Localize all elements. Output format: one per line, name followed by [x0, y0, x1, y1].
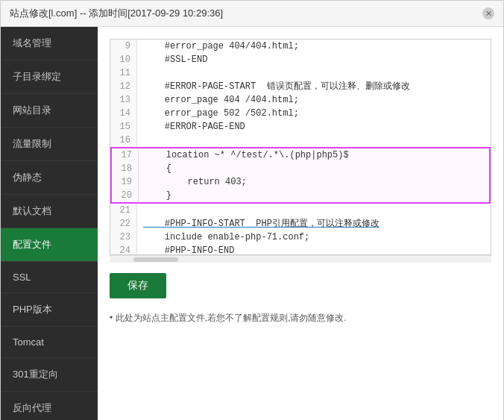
- sidebar: 域名管理子目录绑定网站目录流量限制伪静态默认文档配置文件SSLPHP版本Tomc…: [1, 27, 98, 420]
- line-number-21: 21: [110, 204, 137, 217]
- sidebar-item-phpver[interactable]: PHP版本: [1, 293, 98, 327]
- line-number-12: 12: [110, 80, 137, 93]
- sidebar-item-fakestatic[interactable]: 伪静态: [1, 161, 98, 195]
- line-number-10: 10: [110, 53, 137, 66]
- line-content-17: location ~* ^/test/.*\.(php|php5)$: [139, 148, 489, 162]
- notice-text: 此处为站点主配置文件,若您不了解配置规则,请勿随意修改.: [110, 312, 491, 325]
- line-content-10: #SSL-END: [137, 53, 491, 66]
- line-content-24: #PHP-INFO-END: [137, 244, 491, 255]
- line-content-13: error_page 404 /404.html;: [137, 93, 491, 107]
- main-window: 站点修改[l.com] -- 添加时间[2017-09-29 10:29:36]…: [0, 0, 504, 420]
- window-title: 站点修改[l.com] -- 添加时间[2017-09-29 10:29:36]: [10, 7, 223, 20]
- line-content-12: #ERROR-PAGE-START 错误页配置，可以注释、删除或修改: [137, 80, 491, 93]
- sidebar-item-traffic[interactable]: 流量限制: [1, 128, 98, 161]
- line-content-19: return 403;: [139, 175, 489, 189]
- sidebar-item-sitedir[interactable]: 网站目录: [1, 94, 98, 128]
- sidebar-item-ssl[interactable]: SSL: [1, 262, 98, 293]
- highlight-block: 17 location ~* ^/test/.*\.(php|php5)$18 …: [110, 147, 491, 204]
- sidebar-item-defaultdoc[interactable]: 默认文档: [1, 195, 98, 228]
- line-content-16: [137, 134, 491, 147]
- main-content: 9 #error_page 404/404.html;10 #SSL-END11…: [98, 27, 503, 420]
- line-number-22: 22: [110, 217, 137, 231]
- line-number-23: 23: [110, 231, 137, 244]
- line-content-14: error_page 502 /502.html;: [137, 107, 491, 120]
- line-number-11: 11: [110, 66, 137, 80]
- horizontal-scrollbar-area: [110, 255, 491, 263]
- line-content-11: [137, 66, 491, 80]
- line-content-18: {: [139, 162, 489, 175]
- content-area: 域名管理子目录绑定网站目录流量限制伪静态默认文档配置文件SSLPHP版本Tomc…: [1, 27, 503, 420]
- sidebar-item-tomcat[interactable]: Tomcat: [1, 327, 98, 358]
- sidebar-item-domain[interactable]: 域名管理: [1, 27, 98, 60]
- line-content-20: }: [139, 189, 489, 202]
- sidebar-item-subdir[interactable]: 子目录绑定: [1, 60, 98, 94]
- code-editor[interactable]: 9 #error_page 404/404.html;10 #SSL-END11…: [110, 39, 491, 255]
- line-content-22: #PHP-INFO-START PHP引用配置，可以注释或修改: [137, 217, 491, 231]
- line-content-23: include enable-php-71.conf;: [137, 231, 491, 244]
- line-number-20: 20: [112, 189, 139, 202]
- sidebar-item-configfile[interactable]: 配置文件: [1, 228, 98, 262]
- line-content-15: #ERROR-PAGE-END: [137, 120, 491, 134]
- line-number-14: 14: [110, 107, 137, 120]
- line-number-13: 13: [110, 93, 137, 107]
- sidebar-item-reverseproxy[interactable]: 反向代理: [1, 392, 98, 420]
- horizontal-scrollbar[interactable]: [133, 257, 178, 262]
- line-number-15: 15: [110, 120, 137, 134]
- save-button[interactable]: 保存: [110, 273, 166, 298]
- editor-lines: 9 #error_page 404/404.html;10 #SSL-END11…: [110, 40, 491, 255]
- line-number-16: 16: [110, 134, 137, 147]
- line-number-18: 18: [112, 162, 139, 175]
- line-content-9: #error_page 404/404.html;: [137, 40, 491, 53]
- line-content-21: [137, 204, 491, 217]
- line-number-17: 17: [112, 148, 139, 162]
- sidebar-item-redirect301[interactable]: 301重定向: [1, 358, 98, 392]
- close-button[interactable]: ✕: [482, 7, 494, 19]
- titlebar: 站点修改[l.com] -- 添加时间[2017-09-29 10:29:36]…: [1, 1, 503, 27]
- line-number-24: 24: [110, 244, 137, 255]
- line-number-9: 9: [110, 40, 137, 53]
- line-number-19: 19: [112, 175, 139, 189]
